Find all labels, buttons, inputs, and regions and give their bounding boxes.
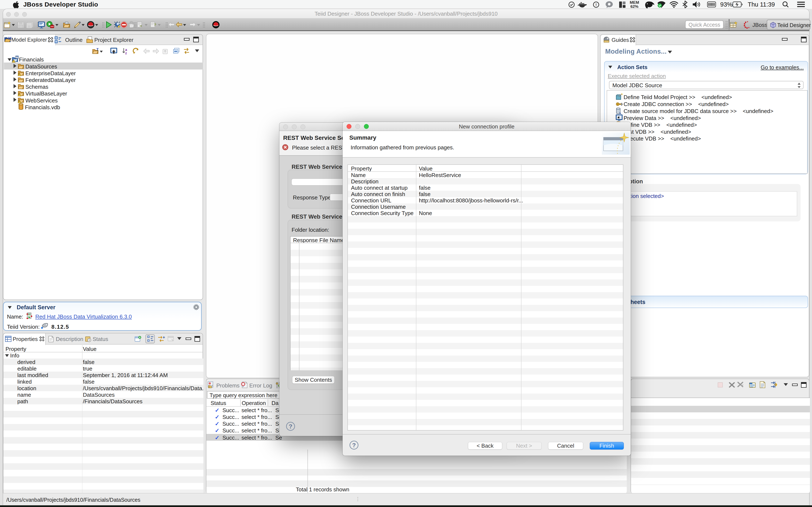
svg-text:!: ! (596, 3, 597, 7)
svg-text:M: M (8, 36, 11, 41)
svg-text:a: a (125, 48, 127, 52)
svg-text:T: T (96, 48, 99, 52)
svg-text:z: z (125, 51, 127, 55)
svg-text:T: T (16, 56, 18, 59)
svg-text:!: ! (209, 386, 210, 388)
